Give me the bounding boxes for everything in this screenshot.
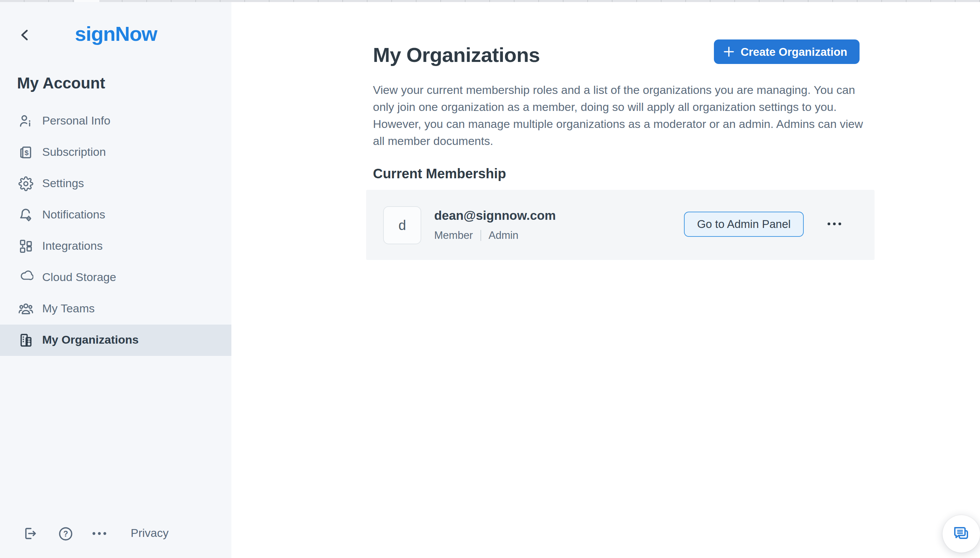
sidebar-footer: ? Privacy [0,517,231,550]
svg-text:$: $ [25,149,29,156]
my-teams-icon [18,302,33,317]
sidebar-item-integrations[interactable]: Integrations [0,231,231,262]
membership-card: d dean@signnow.com Member Admin Go to Ad… [366,190,875,260]
chat-fab-button[interactable] [942,515,980,553]
privacy-link[interactable]: Privacy [131,527,168,540]
chevron-left-icon [20,29,29,41]
page-header: My Organizations Create Organization [373,2,875,65]
logout-icon [23,526,38,541]
plus-icon [724,46,734,57]
member-roles: Member Admin [434,229,556,241]
signnow-logo[interactable]: signNow [75,23,157,46]
sidebar-item-settings[interactable]: Settings [0,168,231,199]
chat-bubble-icon [952,525,970,543]
sidebar-item-label: Settings [42,177,84,190]
ellipsis-dot [833,223,836,225]
sidebar-item-personal-info[interactable]: Personal Info [0,105,231,137]
sidebar-item-label: My Teams [42,302,95,316]
help-icon: ? [57,526,73,541]
my-organizations-icon [18,333,33,348]
sidebar-nav: Personal Info $ Subscription [0,105,231,356]
settings-icon [18,176,33,191]
page-description: View your current membership roles and a… [373,82,875,150]
sidebar: signNow My Account Personal Info [0,2,231,558]
sidebar-item-label: Personal Info [42,114,110,128]
integrations-icon [18,239,33,254]
app-window: signNow My Account Personal Info [0,0,980,558]
sidebar-item-my-teams[interactable]: My Teams [0,293,231,325]
sidebar-more-button[interactable] [91,525,108,542]
notifications-icon [18,208,33,223]
role-divider [481,230,481,241]
subscription-icon: $ [18,145,33,160]
membership-more-button[interactable] [821,214,848,233]
cloud-storage-icon [18,270,33,285]
main-content: My Organizations Create Organization Vie… [231,2,980,558]
create-organization-button[interactable]: Create Organization [714,39,860,64]
current-membership-heading: Current Membership [373,166,506,182]
ellipsis-dot [839,223,841,225]
personal-info-icon [18,114,33,129]
role-admin: Admin [489,229,519,241]
sidebar-item-notifications[interactable]: Notifications [0,199,231,231]
avatar: d [383,206,421,244]
sidebar-item-cloud-storage[interactable]: Cloud Storage [0,262,231,293]
sidebar-item-subscription[interactable]: $ Subscription [0,137,231,168]
member-info: dean@signnow.com Member Admin [434,208,556,241]
sidebar-item-my-organizations[interactable]: My Organizations [0,325,231,356]
help-button[interactable]: ? [57,525,74,542]
sidebar-header: signNow [0,2,231,56]
role-member: Member [434,229,473,241]
back-button[interactable] [16,26,33,43]
sidebar-item-label: Integrations [42,240,103,253]
svg-text:?: ? [63,529,68,538]
sidebar-item-label: Subscription [42,146,106,159]
sidebar-item-label: My Organizations [42,333,138,347]
logout-button[interactable] [22,525,38,542]
ellipsis-icon [92,532,107,535]
sidebar-item-label: Notifications [42,208,105,222]
member-email: dean@signnow.com [434,208,556,223]
ellipsis-icon [827,223,830,225]
my-account-heading: My Account [17,74,105,92]
sidebar-item-label: Cloud Storage [42,271,116,284]
page-title: My Organizations [373,44,540,67]
go-to-admin-panel-button[interactable]: Go to Admin Panel [684,212,804,237]
create-organization-label: Create Organization [740,45,847,58]
